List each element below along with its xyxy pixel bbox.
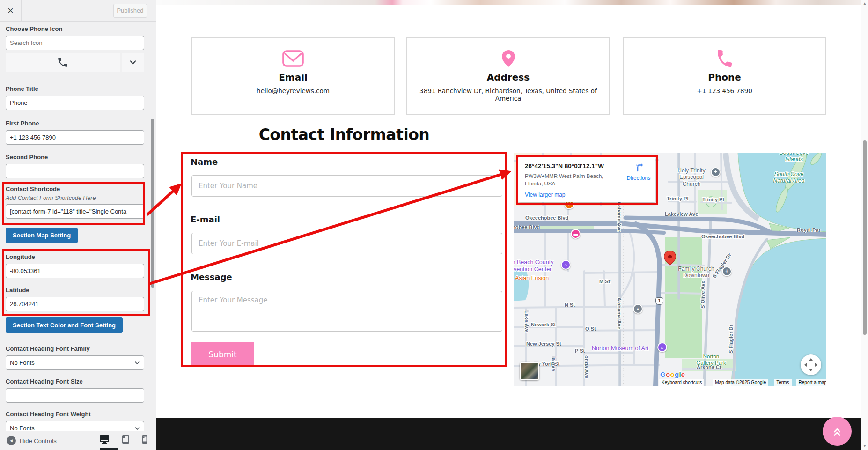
section-map-setting-button[interactable]: Section Map Setting xyxy=(6,228,78,243)
map-label: New Jersey St xyxy=(526,341,561,347)
map-label: Newark St xyxy=(531,322,556,328)
second-phone-label: Second Phone xyxy=(6,154,144,161)
customizer-window: × Published Choose Phone Icon Phone Titl… xyxy=(0,0,868,450)
tablet-preview-button[interactable] xyxy=(122,435,130,444)
directions-link[interactable]: Directions xyxy=(624,175,654,181)
desktop-preview-button[interactable] xyxy=(99,435,110,444)
keyboard-shortcuts-link[interactable]: Keyboard shortcuts xyxy=(659,379,704,386)
longitude-input[interactable] xyxy=(6,264,144,278)
back-to-top-button[interactable] xyxy=(823,417,852,446)
map-label: M St xyxy=(599,279,610,285)
heading-font-size-field: Contact Heading Font Size xyxy=(6,378,144,403)
customizer-topbar: × Published xyxy=(0,0,156,22)
heading-font-family-label: Contact Heading Font Family xyxy=(6,345,144,352)
view-larger-map-link[interactable]: View larger map xyxy=(525,192,565,198)
latitude-label: Latitude xyxy=(6,287,144,294)
active-device-underline xyxy=(100,448,118,450)
scroll-up-icon[interactable]: ▲ xyxy=(861,1,868,6)
google-logo[interactable]: Google xyxy=(660,370,685,378)
second-phone-input[interactable] xyxy=(6,164,144,178)
map-label: Holy Trinity Episcopal Church xyxy=(671,167,712,187)
browser-scrollbar[interactable]: ▲ ▼ xyxy=(861,0,868,450)
second-phone-field: Second Phone xyxy=(6,154,144,178)
map-label: Alabama Ave xyxy=(616,297,622,329)
convention-map-icon: ⌂ xyxy=(561,260,571,270)
published-button[interactable]: Published xyxy=(113,4,147,18)
map-label: hobee Blvd xyxy=(514,224,540,230)
contact-shortcode-field: Contact Shortcode Add Contact Form Short… xyxy=(6,185,144,219)
chevron-down-icon[interactable] xyxy=(120,53,144,72)
map-label: Okeechobee Blvd xyxy=(525,215,568,221)
chevron-down-icon xyxy=(134,360,140,366)
hide-controls-label: Hide Controls xyxy=(20,437,57,444)
contact-shortcode-label: Contact Shortcode xyxy=(6,185,144,192)
contact-shortcode-input[interactable] xyxy=(6,204,144,219)
hide-controls-button[interactable]: ◄ Hide Controls xyxy=(7,436,57,445)
choose-phone-icon-field: Choose Phone Icon xyxy=(6,25,144,72)
directions-icon[interactable] xyxy=(634,161,646,172)
heading-font-size-label: Contact Heading Font Size xyxy=(6,378,144,385)
map-label: Norton Gallery Park xyxy=(685,354,737,367)
message-textarea[interactable] xyxy=(191,291,502,332)
report-map-error-link[interactable]: Report a map error xyxy=(796,379,826,386)
email-input[interactable] xyxy=(191,233,502,254)
scrollbar-thumb[interactable] xyxy=(863,140,867,335)
email-card: Email hello@heyreviews.com xyxy=(191,37,395,115)
first-phone-input[interactable] xyxy=(6,130,144,145)
chevron-down-icon xyxy=(134,426,140,431)
first-phone-label: First Phone xyxy=(6,120,144,127)
message-label: Message xyxy=(191,272,232,282)
mobile-preview-button[interactable] xyxy=(142,435,147,444)
card-text: +1 123 456 7890 xyxy=(624,87,825,95)
map-label: Trinity Pl xyxy=(667,196,688,202)
phone-icon xyxy=(624,46,825,71)
map-data-text: Map data ©2025 Google xyxy=(713,379,768,386)
close-icon[interactable]: × xyxy=(0,0,22,21)
shield-map-icon: 1 xyxy=(655,297,663,305)
latitude-field: Latitude xyxy=(6,287,144,311)
map-label: orida Ave xyxy=(583,355,589,378)
card-text: hello@heyreviews.com xyxy=(192,87,394,95)
map-label: South Cove Natural Area xyxy=(763,171,815,184)
email-label: E-mail xyxy=(191,214,220,224)
longitude-label: Longitude xyxy=(6,253,144,260)
choose-phone-icon-label: Choose Phone Icon xyxy=(6,25,144,32)
map-label: Norton Museum of Art xyxy=(592,345,649,352)
collapse-arrow-icon: ◄ xyxy=(7,436,16,445)
section-text-color-button[interactable]: Section Text Color and Font Setting xyxy=(6,317,123,333)
plus-code-address: PW3W+MMR West Palm Beach, Florida, USA xyxy=(525,173,603,187)
customizer-sidebar: × Published Choose Phone Icon Phone Titl… xyxy=(0,0,156,450)
map-label: N St xyxy=(565,302,575,308)
map-label: Family Church Downtown xyxy=(676,266,716,279)
phone-title-field: Phone Title xyxy=(6,85,144,110)
heading-font-family-value: No Fonts xyxy=(10,359,35,366)
terms-link[interactable]: Terms xyxy=(774,379,791,386)
scroll-down-icon[interactable]: ▼ xyxy=(861,444,868,448)
envelope-icon xyxy=(192,46,394,71)
satellite-view-thumbnail[interactable] xyxy=(520,362,539,380)
name-label: Name xyxy=(191,157,218,167)
card-text: 3891 Ranchview Dr, Richardson, Texas, Un… xyxy=(407,87,609,102)
heading-font-size-input[interactable] xyxy=(6,388,144,403)
phone-title-input[interactable] xyxy=(6,96,144,110)
icon-picker[interactable] xyxy=(6,53,144,72)
map-pin-icon xyxy=(407,46,609,71)
google-map[interactable]: Okeechobee Blvdhobee BlvdLakeview AveOke… xyxy=(514,153,826,386)
heading-font-family-select[interactable]: No Fonts xyxy=(6,355,144,370)
map-label: S Olive Ave xyxy=(700,280,706,309)
map-attribution: Keyboard shortcuts Map data ©2025 Google… xyxy=(659,378,826,386)
monument-map-icon: ▲ xyxy=(633,304,643,314)
coordinates-text: 26°42'15.3"N 80°03'12.1"W xyxy=(525,162,604,170)
submit-button[interactable]: Submit xyxy=(191,342,254,367)
name-input[interactable] xyxy=(191,175,502,197)
latitude-input[interactable] xyxy=(6,297,144,311)
card-title: Email xyxy=(192,72,394,83)
pan-control[interactable] xyxy=(801,354,821,375)
first-phone-field: First Phone xyxy=(6,120,144,145)
card-title: Phone xyxy=(624,72,825,83)
map-label: P St xyxy=(575,348,585,354)
search-icon-input[interactable] xyxy=(6,36,144,50)
contact-information-heading: Contact Information xyxy=(181,125,507,144)
sidebar-scrollbar[interactable] xyxy=(151,119,154,288)
longitude-field: Longitude xyxy=(6,253,144,278)
